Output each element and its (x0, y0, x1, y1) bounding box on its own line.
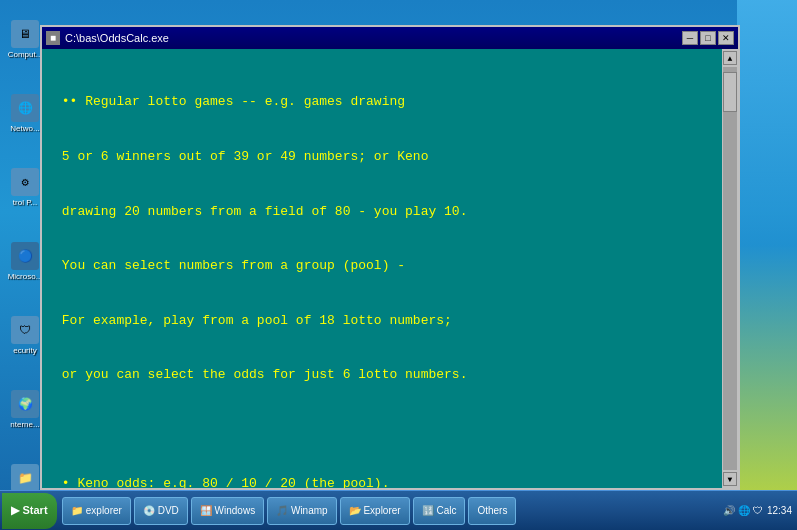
intro-line-3: drawing 20 numbers from a field of 80 - … (54, 203, 710, 221)
taskbar-item-winamp[interactable]: 🎵 Winamp (267, 497, 336, 525)
taskbar-item-calc[interactable]: 🔢 Calc (413, 497, 466, 525)
taskbar-clock: 12:34 (767, 505, 792, 516)
console-titlebar: ■ C:\bas\OddsCalc.exe ─ □ ✕ (42, 27, 738, 49)
taskbar-items: 📁 explorer 💿 DVD 🪟 Windows 🎵 Winamp 📂 Ex… (62, 497, 723, 525)
console-body: •• Regular lotto games -- e.g. games dra… (42, 49, 738, 488)
intro-line-1: •• Regular lotto games -- e.g. games dra… (54, 93, 710, 111)
taskbar-tray: 🔊 🌐 🛡 12:34 (723, 505, 792, 516)
taskbar-item-dvd[interactable]: 💿 DVD (134, 497, 188, 525)
desktop-icons-panel: 🖥 Comput... 🌐 Netwo... ⚙ trol P... 🔵 Mic… (5, 20, 45, 530)
console-content-area: •• Regular lotto games -- e.g. games dra… (42, 49, 722, 488)
console-icon: ■ (46, 31, 60, 45)
intro-line-6: or you can select the odds for just 6 lo… (54, 366, 710, 384)
close-button[interactable]: ✕ (718, 31, 734, 45)
desktop-icon-control-panel[interactable]: ⚙ trol P... (5, 168, 45, 207)
scroll-up-button[interactable]: ▲ (723, 51, 737, 65)
desktop-icon-computer[interactable]: 🖥 Comput... (5, 20, 45, 59)
scroll-down-button[interactable]: ▼ (723, 472, 737, 486)
taskbar-item-others[interactable]: Others (468, 497, 516, 525)
taskbar: ▶ Start 📁 explorer 💿 DVD 🪟 Windows 🎵 Win… (0, 490, 797, 530)
right-side-decoration (737, 0, 797, 490)
start-button[interactable]: ▶ Start (2, 493, 57, 529)
console-window: ■ C:\bas\OddsCalc.exe ─ □ ✕ •• Regular l… (40, 25, 740, 490)
desktop-icon-internet[interactable]: 🌍 nterne... (5, 390, 45, 429)
intro-line-5: For example, play from a pool of 18 lott… (54, 312, 710, 330)
keno-line: • Keno odds: e.g. 80 / 10 / 20 (the pool… (54, 475, 710, 488)
taskbar-item-explorer[interactable]: 📁 explorer (62, 497, 131, 525)
intro-line-4: You can select numbers from a group (poo… (54, 257, 710, 275)
console-title-text: C:\bas\OddsCalc.exe (65, 32, 169, 44)
scrollbar-thumb[interactable] (723, 72, 737, 112)
blank-1 (54, 421, 710, 439)
minimize-button[interactable]: ─ (682, 31, 698, 45)
taskbar-item-explorer2[interactable]: 📂 Explorer (340, 497, 410, 525)
taskbar-item-windows[interactable]: 🪟 Windows (191, 497, 264, 525)
maximize-button[interactable]: □ (700, 31, 716, 45)
console-title-left: ■ C:\bas\OddsCalc.exe (46, 31, 169, 45)
scrollbar-track[interactable] (723, 67, 737, 470)
console-title-buttons: ─ □ ✕ (682, 31, 734, 45)
desktop-icon-microsoft[interactable]: 🔵 Microso... (5, 242, 45, 281)
taskbar-icons: 🔊 🌐 🛡 (723, 505, 763, 516)
desktop-icon-security[interactable]: 🛡 ecurity (5, 316, 45, 355)
console-scrollbar[interactable]: ▲ ▼ (722, 49, 738, 488)
intro-line-2: 5 or 6 winners out of 39 or 49 numbers; … (54, 148, 710, 166)
desktop-icon-network[interactable]: 🌐 Netwo... (5, 94, 45, 133)
